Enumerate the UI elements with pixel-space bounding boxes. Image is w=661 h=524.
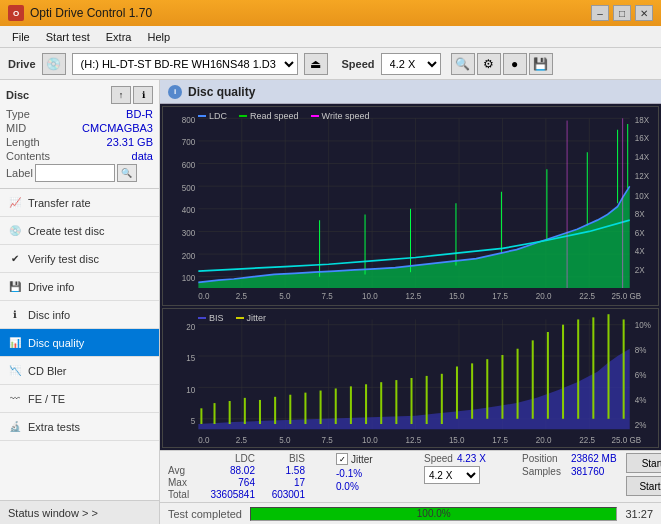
svg-text:4X: 4X (635, 246, 645, 257)
save-icon[interactable]: 💾 (529, 53, 553, 75)
svg-rect-73 (200, 408, 202, 424)
svg-text:7.5: 7.5 (322, 291, 333, 302)
drive-select[interactable]: (H:) HL-DT-ST BD-RE WH16NS48 1.D3 (72, 53, 298, 75)
samples-label: Samples (522, 466, 567, 477)
label-label: Label (6, 167, 33, 179)
start-full-button[interactable]: Start full (626, 453, 661, 473)
legend-write-speed: Write speed (311, 111, 370, 121)
disc-quality-icon: 📊 (8, 336, 22, 350)
disc-mark-icon[interactable]: ● (503, 53, 527, 75)
svg-text:100: 100 (182, 273, 196, 284)
legend-bottom: BIS Jitter (198, 313, 266, 323)
svg-text:15.0: 15.0 (449, 291, 465, 302)
disc-title: Disc (6, 89, 29, 101)
drive-bar-icons: 🔍 ⚙ ● 💾 (451, 53, 553, 75)
jitter-checkbox[interactable]: ✓ (336, 453, 348, 465)
svg-rect-86 (395, 380, 397, 424)
sidebar-item-verify-test-disc[interactable]: ✔ Verify test disc (0, 245, 159, 273)
menu-bar: File Start test Extra Help (0, 26, 661, 48)
max-bis-value: 17 (255, 477, 305, 488)
svg-text:6X: 6X (635, 228, 645, 239)
sidebar-label-disc-info: Disc info (28, 309, 70, 321)
svg-rect-83 (350, 386, 352, 424)
svg-text:20: 20 (186, 323, 195, 332)
charts-area: LDC Read speed Write speed (160, 104, 661, 450)
svg-rect-93 (501, 355, 503, 419)
bis-color (198, 317, 206, 319)
sidebar-label-create-test-disc: Create test disc (28, 225, 104, 237)
ldc-color (198, 115, 206, 117)
total-bis-value: 603001 (255, 489, 305, 500)
action-buttons: Start full Start part (626, 453, 661, 496)
sidebar-label-extra-tests: Extra tests (28, 421, 80, 433)
menu-start-test[interactable]: Start test (38, 29, 98, 45)
chart-top: LDC Read speed Write speed (162, 106, 659, 306)
disc-quality-title: Disc quality (188, 85, 255, 99)
write-speed-color (311, 115, 319, 117)
svg-rect-77 (259, 400, 261, 424)
menu-help[interactable]: Help (139, 29, 178, 45)
svg-rect-100 (607, 314, 609, 419)
chart-bottom: BIS Jitter (162, 308, 659, 448)
menu-file[interactable]: File (4, 29, 38, 45)
sidebar-item-extra-tests[interactable]: 🔬 Extra tests (0, 413, 159, 441)
drive-icon: 💿 (42, 53, 66, 75)
label-browse-button[interactable]: 🔍 (117, 164, 137, 182)
progress-time: 31:27 (625, 508, 653, 520)
legend-read-label: Read speed (250, 111, 299, 121)
svg-rect-75 (229, 401, 231, 424)
disc-load-icon[interactable]: ↑ (111, 86, 131, 104)
avg-bis-value: 1.58 (255, 465, 305, 476)
sidebar-item-disc-quality[interactable]: 📊 Disc quality (0, 329, 159, 357)
start-part-button[interactable]: Start part (626, 476, 661, 496)
legend-bis: BIS (198, 313, 224, 323)
svg-text:10: 10 (186, 386, 195, 395)
sidebar-label-verify-test-disc: Verify test disc (28, 253, 99, 265)
scan-icon[interactable]: 🔍 (451, 53, 475, 75)
label-input[interactable] (35, 164, 115, 182)
svg-rect-94 (517, 349, 519, 419)
sidebar-label-drive-info: Drive info (28, 281, 74, 293)
svg-rect-99 (592, 317, 594, 418)
main-area: Disc ↑ ℹ Type BD-R MID CMCMAGBA3 Length … (0, 80, 661, 524)
svg-rect-96 (547, 332, 549, 419)
progress-area: Test completed 100.0% 31:27 (160, 502, 661, 524)
svg-text:2.5: 2.5 (236, 291, 247, 302)
create-test-disc-icon: 💿 (8, 224, 22, 238)
svg-text:10.0: 10.0 (362, 291, 378, 302)
svg-text:10.0: 10.0 (362, 436, 378, 445)
speed-select[interactable]: 4.2 X (381, 53, 441, 75)
svg-text:800: 800 (182, 114, 196, 125)
disc-quality-header: i Disc quality (160, 80, 661, 104)
speed-stat-select[interactable]: 4.2 X (424, 466, 480, 484)
sidebar-item-cd-bler[interactable]: 📉 CD Bler (0, 357, 159, 385)
svg-rect-81 (320, 391, 322, 424)
svg-text:12.5: 12.5 (405, 436, 421, 445)
sidebar-item-fe-te[interactable]: 〰 FE / TE (0, 385, 159, 413)
app-icon: O (8, 5, 24, 21)
menu-extra[interactable]: Extra (98, 29, 140, 45)
disc-info-icon[interactable]: ℹ (133, 86, 153, 104)
progress-bar-wrap: 100.0% (250, 507, 617, 521)
status-window-button[interactable]: Status window > > (0, 500, 159, 524)
speed-stat-label: Speed (424, 453, 453, 464)
svg-rect-85 (380, 382, 382, 424)
svg-rect-92 (486, 359, 488, 419)
sidebar-item-create-test-disc[interactable]: 💿 Create test disc (0, 217, 159, 245)
svg-rect-82 (335, 388, 337, 424)
maximize-button[interactable]: □ (613, 5, 631, 21)
sidebar-item-transfer-rate[interactable]: 📈 Transfer rate (0, 189, 159, 217)
minimize-button[interactable]: – (591, 5, 609, 21)
eject-button[interactable]: ⏏ (304, 53, 328, 75)
svg-text:700: 700 (182, 137, 196, 148)
settings-icon[interactable]: ⚙ (477, 53, 501, 75)
legend-write-label: Write speed (322, 111, 370, 121)
label-input-row: Label 🔍 (6, 164, 153, 182)
total-ldc-value: 33605841 (200, 489, 255, 500)
progress-label: Test completed (168, 508, 242, 520)
sidebar-item-disc-info[interactable]: ℹ Disc info (0, 301, 159, 329)
legend-read-speed: Read speed (239, 111, 299, 121)
sidebar-item-drive-info[interactable]: 💾 Drive info (0, 273, 159, 301)
close-button[interactable]: ✕ (635, 5, 653, 21)
mid-value: CMCMAGBA3 (82, 122, 153, 134)
